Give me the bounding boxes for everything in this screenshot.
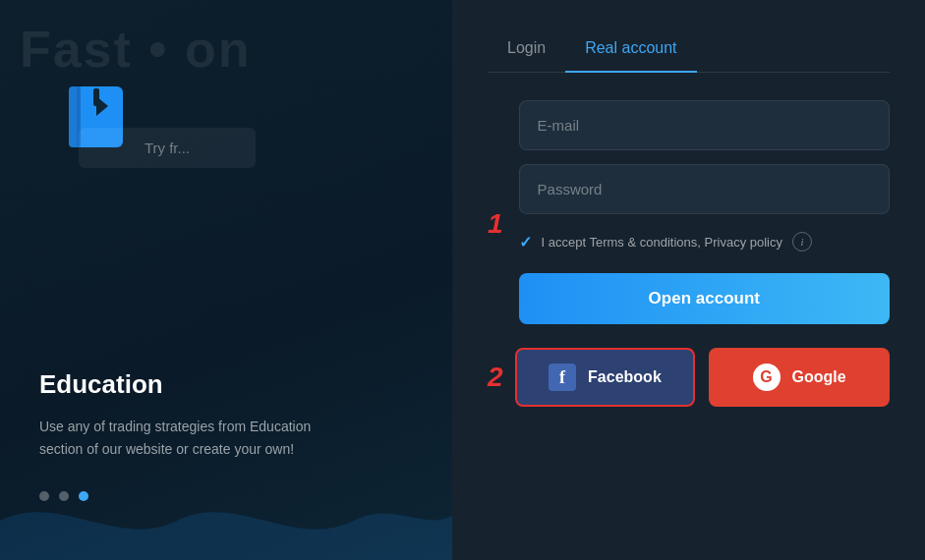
password-field[interactable] xyxy=(519,164,890,214)
email-field[interactable] xyxy=(519,100,890,150)
social-buttons: f Facebook G Google xyxy=(515,348,890,407)
education-description: Use any of trading strategies from Educa… xyxy=(39,416,315,460)
right-panel: Login Real account 1 ✓ I accept Terms & … xyxy=(452,0,925,560)
step1-row: 1 ✓ I accept Terms & conditions, Privacy… xyxy=(488,100,890,348)
terms-text: I accept Terms & conditions, Privacy pol… xyxy=(542,235,782,250)
facebook-icon: f xyxy=(549,364,576,391)
tab-login[interactable]: Login xyxy=(488,29,565,73)
google-icon: G xyxy=(753,364,780,391)
tab-real-account[interactable]: Real account xyxy=(565,29,696,73)
dot-1[interactable] xyxy=(39,491,49,501)
left-content: Education Use any of trading strategies … xyxy=(39,369,315,501)
step1-fields: ✓ I accept Terms & conditions, Privacy p… xyxy=(519,100,890,348)
google-label: Google xyxy=(792,368,846,386)
step2-number: 2 xyxy=(488,362,503,393)
carousel-dots xyxy=(39,491,315,501)
dot-2[interactable] xyxy=(59,491,69,501)
step1-number: 1 xyxy=(488,210,503,238)
open-account-button[interactable]: Open account xyxy=(519,273,890,324)
bg-text: Fast • on xyxy=(20,20,252,79)
terms-checkmark[interactable]: ✓ xyxy=(519,233,532,252)
education-title: Education xyxy=(39,369,315,400)
dot-3[interactable] xyxy=(79,491,88,501)
app-container: Fast • on Try fr... Education Use any of… xyxy=(0,0,925,560)
google-button[interactable]: G Google xyxy=(709,348,890,407)
terms-row: ✓ I accept Terms & conditions, Privacy p… xyxy=(519,228,890,255)
facebook-button[interactable]: f Facebook xyxy=(515,348,696,407)
facebook-label: Facebook xyxy=(588,368,662,386)
tabs-container: Login Real account xyxy=(488,29,890,73)
try-free-button[interactable]: Try fr... xyxy=(79,128,256,168)
info-icon[interactable]: i xyxy=(792,232,812,252)
left-panel: Fast • on Try fr... Education Use any of… xyxy=(0,0,452,560)
svg-rect-4 xyxy=(93,88,99,106)
step2-row: 2 f Facebook G Google xyxy=(488,348,890,407)
